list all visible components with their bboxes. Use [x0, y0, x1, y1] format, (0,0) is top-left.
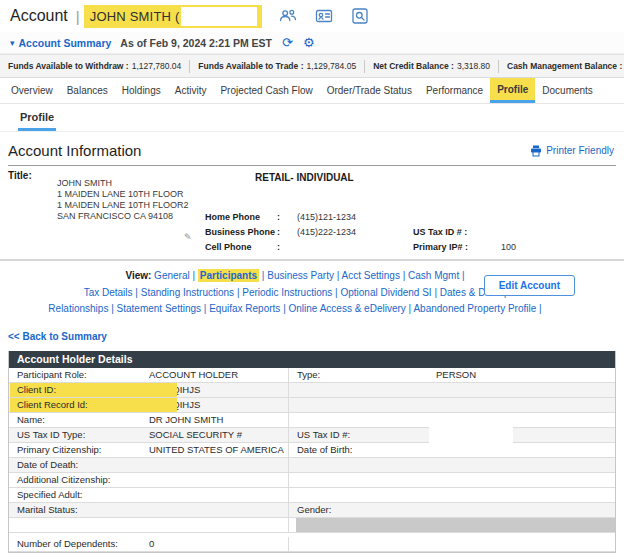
- row-label-2: [288, 398, 436, 412]
- table-row: Additional Citizenship:: [9, 473, 615, 488]
- funds-label: Funds Available to Withdraw :: [8, 61, 129, 71]
- settings-gear-icon[interactable]: ⚙: [303, 36, 315, 49]
- tax-value: 100: [501, 240, 516, 255]
- title-field-label: Title:: [8, 170, 32, 181]
- tax-id-block: US Tax ID # :Primary IP# :100: [413, 225, 516, 255]
- table-row: US Tax ID Type:SOCIAL SECURITY #US Tax I…: [9, 428, 615, 443]
- funds-divider: [364, 60, 365, 73]
- tab-balances[interactable]: Balances: [60, 78, 115, 103]
- view-separator: |: [536, 303, 541, 314]
- phone-label: Cell Phone: [205, 240, 277, 255]
- account-name-highlight[interactable]: JOHN SMITH (: [84, 5, 262, 28]
- tax-value: [501, 225, 516, 240]
- row-label: Date of Death:: [9, 459, 149, 470]
- printer-icon: [530, 145, 542, 157]
- back-to-summary-link[interactable]: << Back to Summary: [8, 331, 107, 342]
- details-table-body: Participant Role:ACCOUNT HOLDERType:PERS…: [9, 368, 615, 552]
- row-label: US Tax ID Type:: [9, 429, 149, 440]
- subtab-row: Profile: [0, 104, 624, 132]
- row-label-2: Type:: [288, 368, 436, 382]
- row-label: Participant Role:: [9, 369, 149, 380]
- funds-label: Funds Available to Trade :: [198, 61, 303, 71]
- table-row: Number of Dependents:0: [9, 537, 615, 552]
- row-label: Primary Citizenship:: [9, 444, 149, 455]
- printer-friendly-link[interactable]: Printer Friendly: [530, 145, 614, 157]
- view-separator: |: [133, 287, 141, 298]
- funds-item-cash-management-balance: Cash Management Balance :1,127,780.04: [507, 61, 624, 71]
- caret-down-icon: ▾: [10, 38, 15, 48]
- row-value: UNITED STATES OF AMERICA: [149, 444, 288, 455]
- title-separator: |: [76, 8, 80, 25]
- tab-activity[interactable]: Activity: [168, 78, 214, 103]
- view-separator: |: [400, 270, 408, 281]
- funds-bar: Funds Available to Withdraw :1,127,780.0…: [0, 54, 624, 78]
- view-link-tax-details[interactable]: Tax Details: [84, 287, 133, 298]
- row-label-2: [288, 488, 436, 502]
- tab-projected-cash-flow[interactable]: Projected Cash Flow: [213, 78, 319, 103]
- phone-value: [289, 240, 356, 255]
- view-link-relationships[interactable]: Relationships: [48, 303, 108, 314]
- tab-holdings[interactable]: Holdings: [115, 78, 168, 103]
- phone-value: (415)121-1234: [289, 210, 356, 225]
- address-line: SAN FRANCISCO CA 94108: [57, 211, 189, 222]
- view-link-acct-settings[interactable]: Acct Settings: [342, 270, 400, 281]
- account-name: JOHN SMITH (: [90, 9, 180, 24]
- tab-performance[interactable]: Performance: [419, 78, 490, 103]
- funds-label: Net Credit Balance :: [373, 61, 454, 71]
- view-separator: |: [190, 270, 198, 281]
- account-search-icon[interactable]: [350, 6, 370, 26]
- tab-profile[interactable]: Profile: [490, 78, 535, 103]
- row-label-2: Gender:: [288, 503, 436, 517]
- table-row: [9, 518, 615, 533]
- view-label: View:: [125, 270, 154, 281]
- account-address: JOHN SMITH 1 MAIDEN LANE 10TH FLOOR 1 MA…: [57, 178, 189, 222]
- page: { "header": { "app_label": "Account", "s…: [0, 0, 624, 560]
- tab-order-trade-status[interactable]: Order/Trade Status: [320, 78, 419, 103]
- view-separator: |: [432, 287, 440, 298]
- page-title: Account Information: [8, 142, 141, 159]
- title-bar: Account | JOHN SMITH (: [0, 0, 624, 32]
- row-value: SOCIAL SECURITY #: [149, 429, 288, 440]
- account-type-label: RETAIL- INDIVIDUAL: [255, 172, 354, 183]
- view-link-optional-dividend-si[interactable]: Optional Dividend SI: [340, 287, 431, 298]
- view-link-abandoned-property-profile[interactable]: Abandoned Property Profile: [413, 303, 536, 314]
- subtab-profile[interactable]: Profile: [18, 111, 56, 131]
- account-summary-link[interactable]: Account Summary: [19, 37, 112, 49]
- row-value: 0: [149, 538, 288, 549]
- view-link-general[interactable]: General: [154, 270, 190, 281]
- view-link-statement-settings[interactable]: Statement Settings: [117, 303, 202, 314]
- row-label-2: US Tax ID #:: [288, 428, 436, 442]
- view-link-standing-instructions[interactable]: Standing Instructions: [141, 287, 234, 298]
- funds-value: 3,318.80: [457, 61, 490, 71]
- tab-overview[interactable]: Overview: [4, 78, 60, 103]
- view-link-periodic-instructions[interactable]: Periodic Instructions: [242, 287, 332, 298]
- view-separator: |: [280, 303, 288, 314]
- view-link-participants[interactable]: Participants: [198, 269, 259, 282]
- view-link-equifax-reports[interactable]: Equifax Reports: [209, 303, 280, 314]
- row-label: Name:: [9, 414, 149, 425]
- view-link-cash-mgmt[interactable]: Cash Mgmt: [408, 270, 459, 281]
- redacted-account-number: [181, 7, 257, 26]
- phone-label: Home Phone: [205, 210, 277, 225]
- refresh-icon[interactable]: ⟳: [282, 36, 293, 49]
- phone-list: Home Phone:(415)121-1234Business Phone:(…: [205, 210, 356, 255]
- funds-label: Cash Management Balance :: [507, 61, 622, 71]
- row-label: Number of Dependents:: [9, 538, 149, 549]
- tax-label: Primary IP# :: [413, 240, 501, 255]
- header-icons: [278, 6, 370, 26]
- table-row: Primary Citizenship:UNITED STATES OF AME…: [9, 443, 615, 458]
- view-link-online-access-edelivery[interactable]: Online Access & eDelivery: [289, 303, 406, 314]
- edit-account-button[interactable]: Edit Account: [484, 275, 575, 296]
- address-line: 1 MAIDEN LANE 10TH FLOOR: [57, 189, 189, 200]
- row-value-2: PERSON: [436, 369, 615, 380]
- funds-item-funds-available-to-withdraw: Funds Available to Withdraw :1,127,780.0…: [8, 61, 181, 71]
- id-card-icon[interactable]: [314, 6, 334, 26]
- group-icon[interactable]: [278, 6, 298, 26]
- table-row: Client ID:9V0BQIHJS: [9, 383, 615, 398]
- funds-value: 1,129,784.05: [306, 61, 356, 71]
- tab-documents[interactable]: Documents: [535, 78, 600, 103]
- table-row: Specified Adult:: [9, 488, 615, 503]
- edit-pencil-icon[interactable]: ✎: [184, 232, 192, 242]
- view-link-business-party[interactable]: Business Party: [267, 270, 334, 281]
- table-header: Account Holder Details: [9, 351, 615, 368]
